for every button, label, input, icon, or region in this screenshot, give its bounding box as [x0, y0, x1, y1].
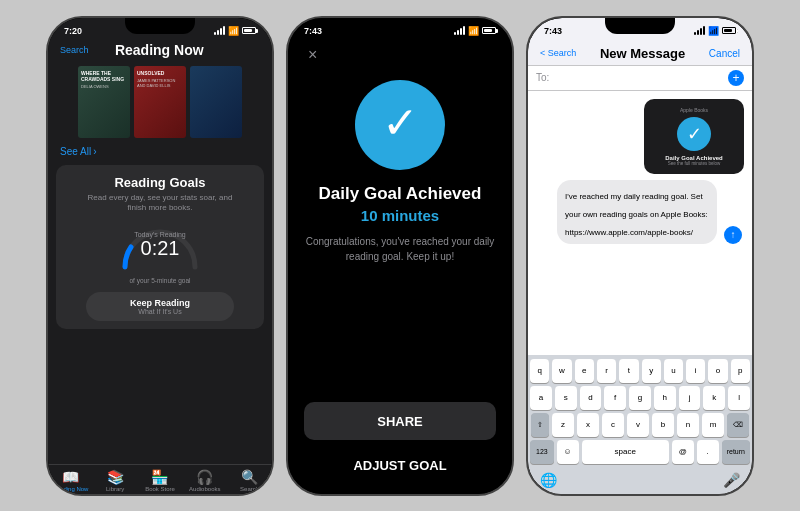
globe-icon[interactable]: 🌐: [540, 472, 557, 488]
key-u[interactable]: u: [664, 359, 683, 383]
key-t[interactable]: t: [619, 359, 638, 383]
card-check-circle: ✓: [677, 117, 711, 151]
key-z[interactable]: z: [552, 413, 574, 437]
to-label: To:: [536, 72, 549, 83]
b3: [460, 28, 462, 35]
goal-text: of your 5-minute goal: [68, 277, 252, 284]
key-num[interactable]: 123: [530, 440, 554, 464]
back-button[interactable]: < Search: [540, 48, 576, 58]
book-1-author: DELIA OWENS: [78, 84, 130, 89]
key-period[interactable]: .: [697, 440, 719, 464]
key-l[interactable]: l: [728, 386, 750, 410]
book-1[interactable]: WHERE THE CRAWDADS SING DELIA OWENS: [78, 66, 130, 138]
share-button[interactable]: SHARE: [304, 402, 496, 440]
card-header: Apple Books: [652, 107, 736, 113]
phone-3: 7:43 📶 < Search New Message Canc: [526, 16, 754, 496]
book-store-tab-icon: 🏪: [151, 469, 168, 485]
key-a[interactable]: a: [530, 386, 552, 410]
audiobooks-tab-label: Audiobooks: [189, 486, 220, 492]
keyboard-row-1: q w e r t y u i o p: [530, 359, 750, 383]
check-circle: ✓: [355, 80, 445, 170]
key-space[interactable]: space: [582, 440, 669, 464]
key-h[interactable]: h: [654, 386, 676, 410]
status-icons-3: 📶: [694, 26, 736, 36]
key-b[interactable]: b: [652, 413, 674, 437]
tab-book-store[interactable]: 🏪 Book Store: [138, 469, 183, 492]
see-all-link[interactable]: See All: [60, 146, 91, 157]
keyboard[interactable]: q w e r t y u i o p a s d: [528, 355, 752, 469]
key-e[interactable]: e: [575, 359, 594, 383]
key-v[interactable]: v: [627, 413, 649, 437]
key-c[interactable]: c: [602, 413, 624, 437]
send-button[interactable]: ↑: [724, 226, 742, 244]
reading-goals-title: Reading Goals: [68, 175, 252, 190]
search-btn-1[interactable]: Search: [60, 45, 89, 55]
book-3[interactable]: [190, 66, 242, 138]
gauge-label: Today's Reading 0:21: [115, 231, 205, 258]
message-text-bubble: I've reached my daily reading goal. Set …: [557, 180, 717, 244]
key-at[interactable]: @: [672, 440, 694, 464]
wifi-icon-3: 📶: [708, 26, 719, 36]
bar3: [220, 28, 222, 35]
message-card-row: Apple Books ✓ Daily Goal Achieved See th…: [536, 99, 744, 174]
key-p[interactable]: p: [731, 359, 750, 383]
keyboard-row-2: a s d f g h j k l: [530, 386, 750, 410]
key-g[interactable]: g: [629, 386, 651, 410]
book-1-title: WHERE THE CRAWDADS SING: [78, 66, 130, 84]
send-icon: ↑: [731, 230, 736, 240]
close-button[interactable]: ×: [308, 46, 317, 64]
key-f[interactable]: f: [604, 386, 626, 410]
keyboard-row-4: 123 ☺ space @ . return: [530, 440, 750, 464]
phone-1: 7:20 📶 Search Reading Now: [46, 16, 274, 496]
reading-goals-section: Reading Goals Read every day, see your s…: [56, 165, 264, 330]
bar2: [217, 30, 219, 35]
add-recipient-button[interactable]: +: [728, 70, 744, 86]
message-header: < Search New Message Cancel: [528, 38, 752, 66]
close-btn-row: ×: [304, 38, 496, 64]
book-2[interactable]: UNSOLVED JAMES PATTERSON AND DAVID ELLIS: [134, 66, 186, 138]
reading-goals-subtitle: Read every day, see your stats soar, and…: [68, 193, 252, 214]
see-all-row: See All ›: [48, 142, 272, 161]
key-s[interactable]: s: [555, 386, 577, 410]
key-delete[interactable]: ⌫: [727, 413, 749, 437]
key-y[interactable]: y: [642, 359, 661, 383]
key-m[interactable]: m: [702, 413, 724, 437]
battery-1: [242, 27, 256, 34]
bottom-bar-phone3: 🌐 🎤: [528, 469, 752, 494]
book-covers: WHERE THE CRAWDADS SING DELIA OWENS UNSO…: [48, 62, 272, 142]
key-emoji[interactable]: ☺: [557, 440, 579, 464]
phone-3-inner: 7:43 📶 < Search New Message Canc: [528, 18, 752, 494]
reading-now-tab-label: Reading Now: [52, 486, 88, 492]
key-r[interactable]: r: [597, 359, 616, 383]
adjust-goal-button[interactable]: ADJUST GOAL: [304, 448, 496, 482]
key-j[interactable]: j: [679, 386, 701, 410]
phone2-content: × ✓ Daily Goal Achieved 10 minutes Congr…: [288, 38, 512, 494]
gauge-container: Today's Reading 0:21: [115, 221, 205, 273]
key-q[interactable]: q: [530, 359, 549, 383]
to-field[interactable]: To: +: [528, 66, 752, 91]
signal-1: [214, 26, 225, 35]
reading-now-header: Search Reading Now: [48, 38, 272, 62]
checkmark-icon: ✓: [382, 101, 419, 145]
tab-audiobooks[interactable]: 🎧 Audiobooks: [182, 469, 227, 492]
tab-reading-now[interactable]: 📖 Reading Now: [48, 469, 93, 492]
key-return[interactable]: return: [722, 440, 750, 464]
key-x[interactable]: x: [577, 413, 599, 437]
key-w[interactable]: w: [552, 359, 571, 383]
tab-search[interactable]: 🔍 Search: [227, 469, 272, 492]
keep-reading-sub: What If It's Us: [98, 308, 221, 315]
cancel-button[interactable]: Cancel: [709, 48, 740, 59]
keep-reading-btn[interactable]: Keep Reading What If It's Us: [86, 292, 233, 321]
tab-library[interactable]: 📚 Library: [93, 469, 138, 492]
key-n[interactable]: n: [677, 413, 699, 437]
key-d[interactable]: d: [580, 386, 602, 410]
time-display: 0:21: [115, 238, 205, 258]
key-o[interactable]: o: [708, 359, 727, 383]
mic-icon[interactable]: 🎤: [723, 472, 740, 488]
key-i[interactable]: i: [686, 359, 705, 383]
adjust-goal-label: ADJUST GOAL: [353, 458, 446, 473]
phones-container: 7:20 📶 Search Reading Now: [36, 6, 764, 506]
key-shift[interactable]: ⇧: [531, 413, 549, 437]
phone-2-inner: 7:43 📶 × ✓: [288, 18, 512, 494]
key-k[interactable]: k: [703, 386, 725, 410]
